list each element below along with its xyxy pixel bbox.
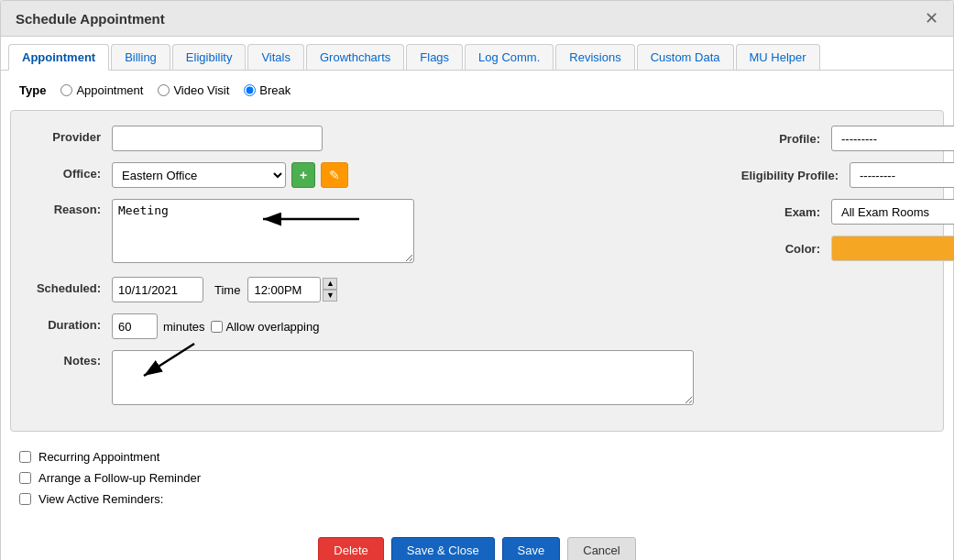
radio-video-visit-input[interactable] (158, 84, 170, 96)
tab-billing[interactable]: Billing (111, 44, 170, 70)
notes-row: Notes: (29, 350, 694, 405)
edit-icon: ✎ (329, 168, 340, 182)
provider-input[interactable]: James Smith (112, 126, 323, 151)
tab-growthcharts[interactable]: Growthcharts (306, 44, 404, 70)
tab-vitals[interactable]: Vitals (247, 44, 304, 70)
color-row: Color: (730, 236, 954, 261)
time-spinner-buttons: ▲ ▼ (323, 278, 337, 302)
form-left-col: Provider James Smith Office: Eastern Off… (29, 126, 694, 416)
tab-custom-data[interactable]: Custom Data (637, 44, 734, 70)
exam-label: Exam: (730, 205, 831, 219)
duration-controls: minutes Allow overlapping (112, 313, 319, 339)
office-controls: Eastern Office Western Office Main Offic… (112, 162, 348, 188)
reason-input[interactable]: Meeting (112, 199, 414, 263)
radio-break[interactable]: Break (244, 83, 291, 97)
close-icon: ✕ (925, 9, 938, 27)
duration-unit: minutes (163, 320, 205, 334)
close-button[interactable]: ✕ (925, 10, 938, 27)
allow-overlapping-checkbox-label[interactable]: Allow overlapping (211, 320, 320, 334)
type-label: Type (19, 83, 46, 97)
save-button[interactable]: Save (502, 537, 561, 560)
office-row: Office: Eastern Office Western Office Ma… (29, 162, 694, 188)
notes-label: Notes: (29, 350, 112, 368)
active-reminders-row: View Active Reminders: (19, 492, 935, 506)
type-section: Type Appointment Video Visit Break (1, 71, 953, 110)
scheduled-label: Scheduled: (29, 277, 112, 295)
radio-video-visit[interactable]: Video Visit (158, 83, 229, 97)
scheduled-date-input[interactable] (112, 277, 203, 302)
reason-label: Reason: (29, 199, 112, 216)
recurring-checkbox[interactable] (19, 451, 31, 463)
tab-appointment[interactable]: Appointment (8, 44, 109, 71)
schedule-appointment-modal: Schedule Appointment ✕ Appointment Billi… (0, 0, 954, 560)
eligibility-profile-label: Eligibility Profile: (730, 169, 850, 182)
modal-title: Schedule Appointment (16, 11, 165, 27)
radio-video-visit-label: Video Visit (173, 83, 229, 97)
allow-overlapping-label: Allow overlapping (226, 320, 320, 334)
provider-row: Provider James Smith (29, 126, 694, 151)
tab-flags[interactable]: Flags (406, 44, 463, 70)
color-label: Color: (730, 242, 831, 256)
reason-wrapper: Meeting (112, 199, 414, 266)
radio-break-label: Break (259, 83, 291, 97)
notes-input[interactable] (112, 350, 694, 405)
duration-input[interactable] (112, 313, 158, 339)
edit-office-button[interactable]: ✎ (321, 162, 348, 188)
add-office-button[interactable]: + (291, 162, 315, 188)
followup-checkbox[interactable] (19, 472, 31, 484)
office-select[interactable]: Eastern Office Western Office Main Offic… (112, 162, 286, 188)
radio-appointment-label: Appointment (76, 83, 143, 97)
duration-label: Duration: (29, 313, 112, 332)
eligibility-profile-row: Eligibility Profile: --------- (730, 162, 954, 188)
bottom-section: Recurring Appointment Arrange a Follow-u… (1, 441, 953, 522)
time-up-button[interactable]: ▲ (323, 278, 337, 290)
cancel-button[interactable]: Cancel (567, 537, 635, 560)
type-radio-group: Appointment Video Visit Break (60, 83, 291, 97)
followup-label: Arrange a Follow-up Reminder (38, 471, 201, 485)
scheduled-controls: Time ▲ ▼ (112, 277, 337, 302)
save-close-button[interactable]: Save & Close (391, 537, 495, 560)
action-buttons: Delete Save & Close Save Cancel (1, 522, 953, 560)
color-swatch[interactable] (831, 236, 954, 261)
tab-revisions[interactable]: Revisions (555, 44, 634, 70)
form-panel: Provider James Smith Office: Eastern Off… (10, 110, 944, 432)
scheduled-row: Scheduled: Time ▲ ▼ (29, 277, 694, 302)
active-reminders-label: View Active Reminders: (38, 492, 163, 506)
duration-row: Duration: minutes Allow overlapping (29, 313, 694, 339)
form-columns: Provider James Smith Office: Eastern Off… (29, 126, 925, 416)
tab-log-comm[interactable]: Log Comm. (465, 44, 554, 70)
time-down-button[interactable]: ▼ (323, 290, 337, 302)
tab-eligibility[interactable]: Eligibility (172, 44, 247, 70)
recurring-label: Recurring Appointment (38, 450, 159, 464)
tab-mu-helper[interactable]: MU Helper (736, 44, 820, 70)
radio-break-input[interactable] (244, 84, 256, 96)
radio-appointment[interactable]: Appointment (60, 83, 143, 97)
followup-row: Arrange a Follow-up Reminder (19, 471, 935, 485)
reason-row: Reason: Meeting (29, 199, 694, 266)
recurring-row: Recurring Appointment (19, 450, 935, 464)
exam-row: Exam: All Exam Rooms (730, 199, 954, 225)
modal-header: Schedule Appointment ✕ (1, 1, 953, 37)
profile-select[interactable]: --------- (831, 126, 954, 151)
time-spinner: ▲ ▼ (247, 277, 337, 302)
office-label: Office: (29, 162, 112, 181)
profile-row: Profile: --------- (730, 126, 954, 151)
time-input[interactable] (247, 277, 321, 302)
form-right-col: Profile: --------- Eligibility Profile: … (730, 126, 954, 416)
profile-label: Profile: (730, 132, 831, 146)
allow-overlapping-checkbox[interactable] (211, 321, 223, 333)
delete-button[interactable]: Delete (318, 537, 384, 560)
provider-label: Provider (29, 126, 112, 144)
exam-select[interactable]: All Exam Rooms (831, 199, 954, 225)
radio-appointment-input[interactable] (60, 84, 72, 96)
time-label: Time (214, 283, 240, 297)
tab-bar: Appointment Billing Eligibility Vitals G… (1, 37, 953, 71)
add-icon: + (300, 168, 307, 182)
eligibility-profile-select[interactable]: --------- (850, 162, 954, 188)
active-reminders-checkbox[interactable] (19, 493, 31, 505)
